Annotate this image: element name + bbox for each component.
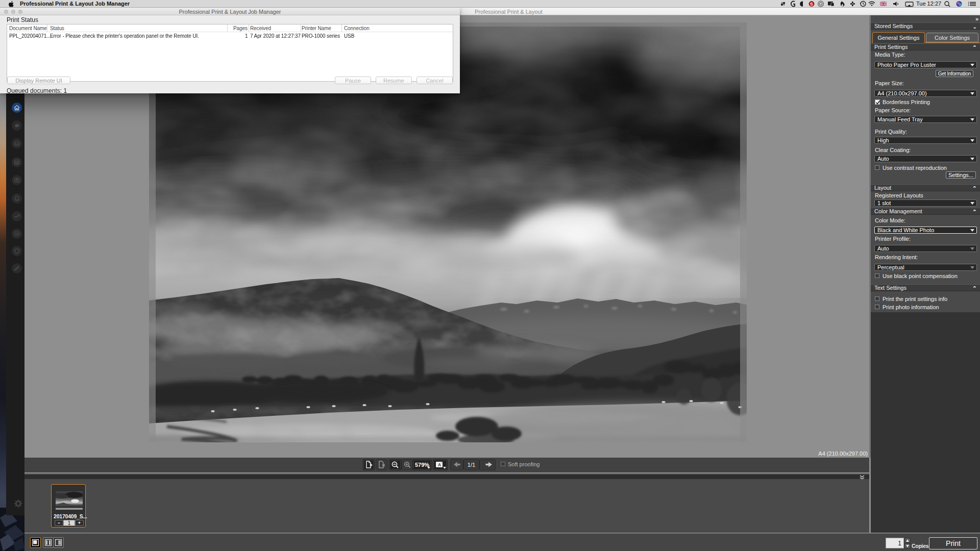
svg-text:A: A — [438, 462, 441, 467]
svg-text:S: S — [810, 2, 813, 7]
